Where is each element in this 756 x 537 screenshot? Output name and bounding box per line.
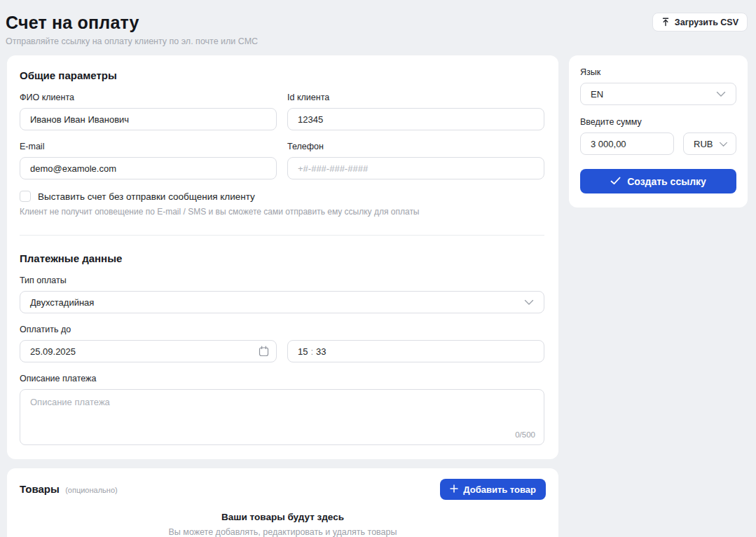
create-link-label: Создать ссылку [627,176,706,187]
email-input-wrap [20,157,277,179]
client-id-label: Id клиента [287,93,544,102]
plus-icon [450,484,458,495]
pay-until-date-wrap [20,340,277,362]
no-message-checkbox-label: Выставить счет без отправки сообщения кл… [38,191,255,202]
pay-until-time-separator: : [308,346,316,357]
phone-label: Телефон [287,142,544,151]
payment-description-label: Описание платежа [20,374,544,383]
products-empty-state: Ваши товары будут здесь Вы можете добавл… [20,512,546,537]
page-header: Счет на оплату Отправляйте ссылку на опл… [6,13,748,46]
payment-description-field: Описание платежа 0/500 [20,374,544,445]
currency-select[interactable]: RUB [683,132,736,155]
amount-label: Введите сумму [580,117,736,127]
client-id-input[interactable] [298,114,534,125]
upload-csv-button[interactable]: Загрузить CSV [652,13,748,32]
content: Общие параметры ФИО клиента Id клиента [7,55,748,537]
payment-description-textarea-wrap: 0/500 [20,389,544,445]
phone-input-wrap [287,157,544,179]
payment-type-label: Тип оплаты [20,276,544,285]
upload-icon [661,18,670,27]
products-heading-note: (опционально) [65,486,118,494]
general-section-heading: Общие параметры [20,69,544,81]
general-fields-row-1: ФИО клиента Id клиента [20,81,544,130]
products-empty-title: Ваши товары будут здесь [20,512,546,522]
payment-description-counter: 0/500 [515,430,535,439]
no-message-checkbox[interactable] [20,191,31,202]
check-icon [610,176,621,187]
products-card: Товары (опционально) Добавить товар Ваши… [7,468,558,537]
invoice-form-card: Общие параметры ФИО клиента Id клиента [7,55,558,459]
amount-input-wrap [580,132,674,155]
client-id-input-wrap [287,108,544,130]
add-product-label: Добавить товар [463,484,536,495]
pay-until-time-hours: 15 [298,346,308,357]
products-empty-subtitle: Вы можете добавлять, редактировать и уда… [20,527,546,537]
language-label: Язык [580,67,736,77]
chevron-down-icon [716,89,726,100]
payment-description-textarea[interactable] [30,397,534,426]
pay-until-date-input[interactable] [30,346,266,357]
currency-value: RUB [694,139,713,149]
chevron-down-icon [719,139,728,149]
client-name-label: ФИО клиента [20,93,277,102]
general-fields-row-2: E-mail Телефон [20,130,544,179]
language-value: EN [591,89,603,100]
payment-type-select[interactable]: Двухстадийная [20,291,544,313]
products-heading: Товары [20,483,60,495]
products-heading-wrap: Товары (опционально) [20,483,118,496]
email-input[interactable] [30,163,266,174]
pay-until-field: Оплатить до [20,325,544,362]
amount-row: RUB [580,132,736,155]
no-message-checkbox-hint: Клиент не получит оповещение по E-mail /… [20,207,544,217]
calendar-icon[interactable] [259,346,269,360]
pay-until-time-input[interactable]: 15 : 33 [287,340,544,362]
products-header: Товары (опционально) Добавить товар [20,479,546,500]
amount-input[interactable] [591,139,664,149]
client-name-input-wrap [20,108,277,130]
section-divider [20,235,544,236]
chevron-down-icon [524,297,534,308]
invoice-page: Счет на оплату Отправляйте ссылку на опл… [0,0,756,537]
phone-field: Телефон [287,142,544,179]
page-subtitle: Отправляйте ссылку на оплату клиенту по … [6,36,258,46]
add-product-button[interactable]: Добавить товар [440,479,546,500]
pay-until-date-input-wrap [20,340,277,362]
payment-type-value: Двухстадийная [30,297,94,308]
no-message-checkbox-row[interactable]: Выставить счет без отправки сообщения кл… [20,191,544,202]
client-id-field: Id клиента [287,93,544,130]
phone-input[interactable] [298,163,534,174]
language-select[interactable]: EN [580,83,736,105]
side-column: Язык EN Введите сумму RUB [569,55,748,537]
create-link-card: Язык EN Введите сумму RUB [569,55,748,208]
payment-type-field: Тип оплаты Двухстадийная [20,276,544,313]
pay-until-label: Оплатить до [20,325,544,334]
upload-csv-label: Загрузить CSV [675,18,738,27]
email-field: E-mail [20,142,277,179]
payment-section-heading: Платежные данные [20,252,544,264]
client-name-field: ФИО клиента [20,93,277,130]
email-label: E-mail [20,142,277,151]
create-link-button[interactable]: Создать ссылку [580,169,736,193]
page-title: Счет на оплату [6,13,258,33]
page-header-text: Счет на оплату Отправляйте ссылку на опл… [6,13,258,46]
main-column: Общие параметры ФИО клиента Id клиента [7,55,558,537]
pay-until-row: 15 : 33 [20,340,544,362]
client-name-input[interactable] [30,114,266,125]
pay-until-time-minutes: 33 [316,346,326,357]
